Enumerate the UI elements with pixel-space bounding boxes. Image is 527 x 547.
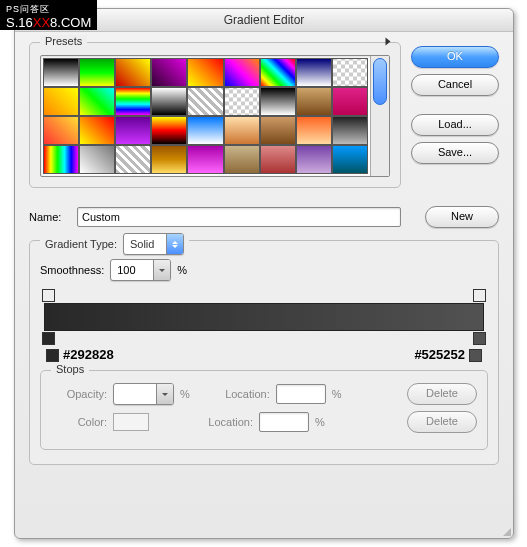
gradient-editor-window: Gradient Editor Presets OK Cancel Load..… — [14, 8, 514, 539]
watermark: PS问答区 S.16XX8.COM — [0, 0, 97, 30]
preset-swatch[interactable] — [43, 58, 79, 87]
preset-swatch[interactable] — [296, 145, 332, 174]
preset-swatch[interactable] — [224, 87, 260, 116]
name-input[interactable] — [77, 207, 401, 227]
preset-swatch[interactable] — [332, 58, 368, 87]
name-label: Name: — [29, 211, 69, 223]
preset-swatch[interactable] — [260, 145, 296, 174]
presets-menu-arrow-icon[interactable] — [386, 38, 391, 46]
color-stop-left[interactable] — [42, 332, 55, 345]
color-location-input[interactable] — [259, 412, 309, 432]
opacity-input[interactable] — [113, 383, 174, 405]
gradient-type-label: Gradient Type: — [45, 238, 117, 250]
preset-swatch[interactable] — [260, 116, 296, 145]
opacity-label: Opacity: — [51, 388, 107, 400]
new-button[interactable]: New — [425, 206, 499, 228]
preset-swatch[interactable] — [296, 58, 332, 87]
preset-swatch[interactable] — [43, 87, 79, 116]
hex-right: #525252 — [414, 347, 465, 362]
preset-swatch[interactable] — [151, 145, 187, 174]
location-label: Location: — [197, 416, 253, 428]
preset-swatch[interactable] — [224, 58, 260, 87]
opacity-location-input[interactable] — [276, 384, 326, 404]
chevron-down-icon — [153, 260, 170, 280]
color-well[interactable] — [113, 413, 149, 431]
color-stop-right[interactable] — [473, 332, 486, 345]
preset-swatch[interactable] — [79, 145, 115, 174]
delete-color-button[interactable]: Delete — [407, 411, 477, 433]
smoothness-label: Smoothness: — [40, 264, 104, 276]
save-button[interactable]: Save... — [411, 142, 499, 164]
preset-swatch[interactable] — [79, 87, 115, 116]
preset-scrollbar[interactable] — [370, 56, 389, 176]
preset-swatch[interactable] — [187, 145, 223, 174]
presets-legend: Presets — [40, 35, 87, 47]
preset-swatch[interactable] — [79, 58, 115, 87]
preset-swatch[interactable] — [224, 145, 260, 174]
opacity-stop-right[interactable] — [473, 289, 486, 302]
preset-swatch[interactable] — [115, 87, 151, 116]
opacity-stop-left[interactable] — [42, 289, 55, 302]
preset-grid — [41, 56, 370, 176]
preset-swatch[interactable] — [151, 87, 187, 116]
preset-swatch[interactable] — [115, 116, 151, 145]
preset-swatch[interactable] — [296, 116, 332, 145]
preset-swatch[interactable] — [43, 116, 79, 145]
preset-swatch[interactable] — [224, 116, 260, 145]
location-label: Location: — [214, 388, 270, 400]
preset-swatch[interactable] — [296, 87, 332, 116]
hex-left: #292828 — [63, 347, 114, 362]
ok-button[interactable]: OK — [411, 46, 499, 68]
hex-swatch-right — [469, 349, 482, 362]
chevron-updown-icon — [166, 234, 183, 254]
preset-swatch[interactable] — [260, 87, 296, 116]
cancel-button[interactable]: Cancel — [411, 74, 499, 96]
scroll-thumb[interactable] — [373, 58, 387, 105]
stops-legend: Stops — [51, 363, 89, 375]
preset-swatch[interactable] — [79, 116, 115, 145]
smoothness-input[interactable]: 100 — [110, 259, 171, 281]
resize-handle-icon[interactable] — [499, 524, 511, 536]
preset-swatch[interactable] — [151, 116, 187, 145]
chevron-down-icon — [156, 384, 173, 404]
preset-swatch[interactable] — [187, 116, 223, 145]
preset-swatch[interactable] — [332, 145, 368, 174]
delete-opacity-button[interactable]: Delete — [407, 383, 477, 405]
preset-swatch[interactable] — [151, 58, 187, 87]
load-button[interactable]: Load... — [411, 114, 499, 136]
hex-swatch-left — [46, 349, 59, 362]
preset-swatch[interactable] — [332, 116, 368, 145]
color-label: Color: — [51, 416, 107, 428]
preset-swatch[interactable] — [115, 145, 151, 174]
preset-swatch[interactable] — [332, 87, 368, 116]
gradient-bar[interactable] — [44, 303, 484, 331]
preset-swatch[interactable] — [260, 58, 296, 87]
preset-swatch[interactable] — [187, 58, 223, 87]
preset-swatch[interactable] — [43, 145, 79, 174]
preset-swatch[interactable] — [187, 87, 223, 116]
gradient-type-select[interactable]: Solid — [123, 233, 184, 255]
preset-swatch[interactable] — [115, 58, 151, 87]
